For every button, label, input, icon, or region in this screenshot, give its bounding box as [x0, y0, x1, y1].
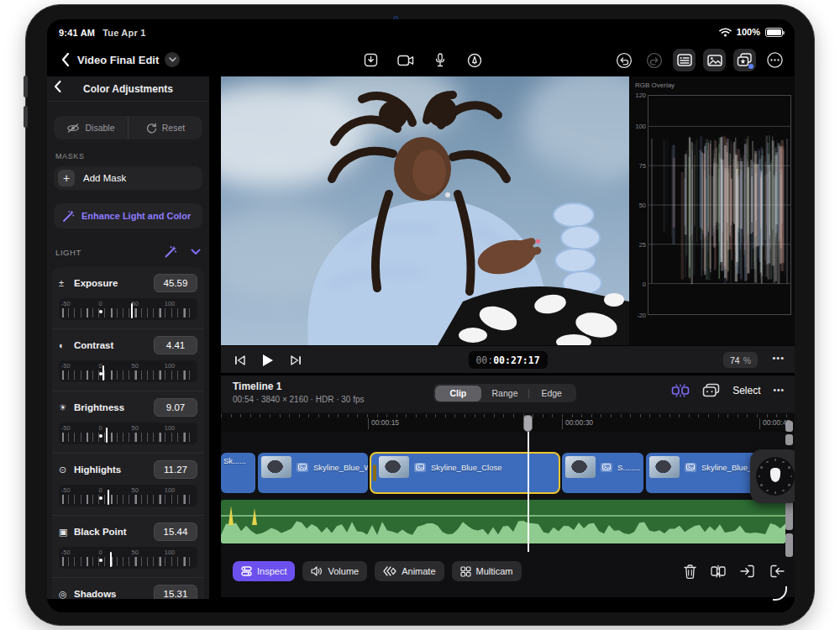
- ipad-frame: 9:41 AM Tue Apr 1 100% Video Final Edit: [25, 4, 815, 626]
- highlights-ruler[interactable]: -50 0 50 100: [59, 485, 197, 507]
- brightness-ruler[interactable]: -50 0 50 100: [59, 423, 197, 444]
- mode-edge[interactable]: Edge: [528, 386, 575, 402]
- import-icon[interactable]: [360, 49, 382, 71]
- clip-thumbnail: [379, 456, 409, 478]
- contrast-ruler[interactable]: -50 0 50 100: [59, 360, 197, 382]
- auto-enhance-icon[interactable]: [164, 245, 177, 259]
- trash-icon[interactable]: [684, 564, 696, 579]
- reset-button[interactable]: Reset: [129, 116, 202, 139]
- slider-shadows: ◎ Shadows 15.31 -50 0 50 100: [52, 578, 204, 599]
- brightness-value[interactable]: 9.07: [154, 398, 197, 417]
- timecode-display: 00:00:27:17: [468, 351, 547, 369]
- enhance-button[interactable]: Enhance Light and Color: [54, 203, 202, 228]
- skip-back-icon[interactable]: [234, 355, 245, 365]
- audio-track[interactable]: [221, 500, 785, 543]
- volume-button[interactable]: Volume: [302, 561, 367, 581]
- jog-wheel-dial[interactable]: [756, 457, 795, 496]
- timeline-title: Timeline 1: [233, 381, 281, 392]
- highlights-icon: ⊙: [59, 465, 74, 475]
- panel-back-button[interactable]: [54, 81, 61, 92]
- masks-heading: MASKS: [55, 152, 201, 160]
- image-icon: [601, 463, 612, 472]
- browser-panel-icon[interactable]: [673, 49, 696, 71]
- microphone-icon[interactable]: [428, 49, 451, 71]
- mode-range[interactable]: Range: [481, 386, 528, 402]
- volume-down-button[interactable]: [24, 106, 28, 128]
- split-clip-icon[interactable]: [711, 564, 726, 578]
- brightness-icon: ☀: [59, 402, 74, 413]
- add-mask-label: Add Mask: [83, 173, 126, 183]
- black-point-value[interactable]: 15.44: [154, 522, 197, 541]
- insert-icon[interactable]: [740, 564, 755, 578]
- clip-skyline-partial-2[interactable]: S........: [562, 453, 643, 493]
- playhead-handle[interactable]: [523, 415, 533, 432]
- jog-wheel[interactable]: [750, 449, 795, 503]
- battery-icon: [765, 28, 783, 37]
- effects-panel-icon[interactable]: [733, 49, 756, 71]
- magic-wand-icon: [62, 210, 75, 223]
- viewer-more-button[interactable]: •••: [772, 353, 785, 363]
- animate-button[interactable]: Animate: [375, 561, 444, 581]
- add-mask-button[interactable]: + Add Mask: [54, 166, 202, 190]
- contrast-value[interactable]: 4.41: [154, 336, 197, 354]
- date: Tue Apr 1: [102, 28, 145, 38]
- grid-icon: [460, 566, 471, 577]
- status-bar: 9:41 AM Tue Apr 1 100%: [47, 19, 795, 45]
- volume-up-button[interactable]: [24, 76, 28, 97]
- clip-skyline-blue-close[interactable]: Skyline_Blue_Close: [370, 453, 559, 493]
- color-adjustments-panel: Color Adjustments Disable Reset MASKS + …: [47, 76, 209, 599]
- clip-skyline-blue-wide[interactable]: Skyline_Blue_Wide: [258, 453, 368, 493]
- camera-icon[interactable]: [394, 49, 417, 71]
- disable-button[interactable]: Disable: [54, 116, 129, 139]
- shadows-value[interactable]: 15.31: [154, 585, 197, 599]
- undo-icon[interactable]: [612, 49, 635, 71]
- clip-skyline-partial[interactable]: Sk......: [221, 453, 255, 493]
- select-button[interactable]: Select: [732, 385, 760, 396]
- black-point-ruler[interactable]: -50 0 50 100: [59, 547, 197, 569]
- inspect-button[interactable]: Inspect: [233, 561, 295, 581]
- skip-forward-icon[interactable]: [291, 355, 302, 365]
- top-toolbar: Video Final Edit: [47, 45, 795, 75]
- highlights-value[interactable]: 11.27: [154, 460, 197, 479]
- more-icon[interactable]: [764, 49, 786, 71]
- clip-thumbnail: [565, 456, 596, 478]
- collapse-chevron-icon[interactable]: [191, 249, 201, 255]
- slider-black-point: ▣ Black Point 15.44 -50 0 50 100: [52, 516, 204, 578]
- multicam-button[interactable]: Multicam: [452, 561, 522, 581]
- zoom-unit: %: [743, 355, 751, 365]
- timeline-ruler[interactable]: 00:00:15 00:00:30 00:00:45: [221, 414, 795, 433]
- wifi-icon: [719, 28, 732, 37]
- eye-slash-icon: [66, 123, 80, 133]
- timeline-meta: 00:54 · 3840 × 2160 · HDR · 30 fps: [233, 395, 364, 404]
- viewer-zoom-control[interactable]: 74 %: [723, 352, 758, 368]
- connect-tool-icon[interactable]: [671, 384, 690, 397]
- image-icon: [414, 463, 426, 472]
- redo-icon: [643, 49, 665, 71]
- play-button[interactable]: [262, 354, 274, 367]
- plus-icon: +: [58, 170, 75, 186]
- mode-clip[interactable]: Clip: [435, 386, 482, 402]
- overwrite-icon[interactable]: [769, 564, 785, 578]
- jog-wheel-pointer: [770, 468, 780, 482]
- media-panel-icon[interactable]: [703, 49, 726, 71]
- project-menu-chevron-icon[interactable]: [165, 52, 180, 67]
- playhead[interactable]: [528, 426, 529, 552]
- clip-thumbnail: [261, 456, 291, 478]
- exposure-value[interactable]: 45.59: [154, 274, 197, 292]
- exposure-ruler[interactable]: -50 0 50 100: [59, 298, 197, 320]
- clip-stack-icon[interactable]: [702, 383, 720, 397]
- back-button[interactable]: [55, 50, 76, 70]
- screen: 9:41 AM Tue Apr 1 100% Video Final Edit: [47, 19, 795, 612]
- slider-brightness: ☀ Brightness 9.07 -50 0 50 100: [52, 391, 204, 454]
- clock: 9:41 AM: [59, 28, 95, 38]
- project-title: Video Final Edit: [77, 54, 159, 66]
- slider-contrast: ◐ Contrast 4.41 -50 0 50 100: [52, 329, 204, 391]
- inspect-icon: [241, 566, 252, 576]
- image-icon: [297, 463, 308, 472]
- timeline-more-button[interactable]: •••: [773, 386, 785, 395]
- light-sliders-group: ± Exposure 45.59 -50 0 50 100 ◐: [52, 267, 204, 599]
- edit-mode-segmented-control: Clip Range Edge: [433, 384, 576, 402]
- resize-corner-handle[interactable]: [773, 586, 787, 601]
- zoom-value: 74: [730, 355, 740, 365]
- pencil-draw-icon[interactable]: [463, 49, 486, 71]
